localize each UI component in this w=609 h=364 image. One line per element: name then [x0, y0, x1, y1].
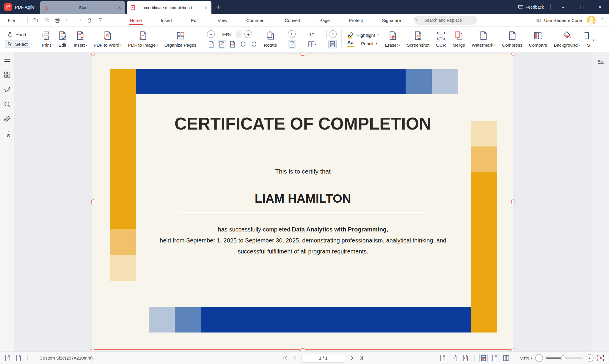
- page-number-input[interactable]: [298, 30, 326, 38]
- select-tool[interactable]: Select: [5, 40, 30, 48]
- two-page-view-button[interactable]: ▾: [306, 40, 319, 48]
- overflow-partial-button[interactable]: S: [583, 31, 594, 48]
- zoom-out-button[interactable]: −: [207, 30, 215, 38]
- user-avatar[interactable]: ⌄: [587, 16, 596, 25]
- text-style-button[interactable]: Aa: [347, 40, 354, 47]
- status-page-input[interactable]: [302, 354, 345, 362]
- zoom-in-button[interactable]: +: [244, 30, 252, 38]
- new-tab-button[interactable]: +: [211, 0, 225, 14]
- close-button[interactable]: ✕: [594, 0, 606, 14]
- highlight-button[interactable]: Hightlight ▾: [347, 31, 379, 39]
- fullscreen-button[interactable]: [597, 354, 605, 362]
- attachments-panel-icon[interactable]: [4, 116, 11, 123]
- chevron-down-icon[interactable]: ▾: [531, 357, 532, 360]
- selection-handle[interactable]: [511, 348, 514, 351]
- panel-menu-icon[interactable]: [4, 56, 11, 63]
- previous-view-icon[interactable]: [4, 354, 11, 362]
- status-zoom-label[interactable]: 94%: [520, 355, 529, 360]
- document-area[interactable]: CERTIFICATE OF COMPLETION This is to cer…: [14, 52, 591, 352]
- two-page-view-button[interactable]: [502, 354, 510, 362]
- previous-page-button[interactable]: [292, 355, 297, 361]
- home-view-icon[interactable]: [87, 17, 92, 23]
- zoom-slider-thumb[interactable]: [561, 355, 566, 360]
- next-view-icon[interactable]: [15, 354, 22, 362]
- feedback-button[interactable]: Feedback: [518, 4, 544, 10]
- collapse-toolbar-icon[interactable]: ⌃: [600, 18, 604, 23]
- search-panel-icon[interactable]: [4, 101, 11, 108]
- fit-page-button[interactable]: [450, 354, 458, 362]
- selection-handle[interactable]: [300, 348, 305, 351]
- fit-page-button[interactable]: [218, 40, 226, 48]
- zoom-out-button[interactable]: −: [535, 354, 543, 362]
- next-page-button[interactable]: [349, 355, 354, 361]
- actual-size-button[interactable]: 1:1: [207, 40, 215, 48]
- rotate-right-button[interactable]: [250, 40, 258, 48]
- first-page-button[interactable]: [282, 355, 288, 361]
- menu-convert[interactable]: Convert: [276, 15, 309, 26]
- continuous-scroll-button[interactable]: [479, 354, 488, 362]
- single-page-view-button[interactable]: [491, 354, 499, 362]
- search-input[interactable]: [414, 16, 477, 25]
- compare-button[interactable]: Compare: [526, 31, 551, 48]
- close-tab-icon[interactable]: ✕: [204, 5, 208, 10]
- insert-button[interactable]: Insert▾: [70, 31, 90, 48]
- open-file-icon[interactable]: [33, 17, 39, 23]
- file-menu[interactable]: File ⌄: [0, 18, 24, 23]
- compress-button[interactable]: Compress: [499, 31, 525, 48]
- undo-icon[interactable]: [65, 17, 71, 23]
- rotate-left-button[interactable]: [239, 40, 247, 48]
- hand-tool[interactable]: Hand: [5, 31, 30, 38]
- last-page-button[interactable]: [359, 355, 364, 361]
- fit-width-button[interactable]: [228, 40, 237, 48]
- save-icon[interactable]: [44, 17, 50, 23]
- print-button[interactable]: Print: [38, 31, 54, 48]
- menu-home[interactable]: Home: [121, 15, 151, 26]
- background-button[interactable]: Background▾: [551, 31, 583, 48]
- menu-view[interactable]: View: [209, 15, 236, 26]
- organize-pages-button[interactable]: Organize Pages: [161, 31, 200, 48]
- pdf-page[interactable]: CERTIFICATE OF COMPLETION This is to cer…: [93, 54, 513, 349]
- tab-start[interactable]: Start ✕: [40, 1, 125, 14]
- selection-handle[interactable]: [511, 199, 514, 204]
- zoom-dropdown-icon[interactable]: ▾: [236, 30, 242, 38]
- signature-panel-icon[interactable]: [4, 86, 11, 93]
- selection-handle[interactable]: [91, 199, 94, 204]
- previous-page-button[interactable]: [288, 30, 296, 38]
- selection-handle[interactable]: [300, 53, 305, 56]
- page-thumbnails-icon[interactable]: [4, 71, 11, 78]
- quick-print-icon[interactable]: [54, 17, 60, 23]
- menu-edit[interactable]: Edit: [182, 15, 208, 26]
- zoom-level-input[interactable]: [217, 30, 236, 38]
- edit-button[interactable]: Edit: [54, 31, 70, 48]
- eraser-button[interactable]: Eraser▾: [382, 31, 404, 48]
- menu-comment[interactable]: Comment: [237, 15, 274, 26]
- merge-button[interactable]: Merge: [449, 31, 469, 48]
- recent-files-panel-icon[interactable]: [4, 130, 11, 138]
- continuous-scroll-button[interactable]: [328, 40, 337, 48]
- zoom-slider[interactable]: [546, 357, 583, 359]
- ocr-button[interactable]: OCR: [433, 31, 449, 48]
- redeem-code-button[interactable]: Use Redeem Code: [536, 17, 582, 23]
- selection-handle[interactable]: [511, 53, 514, 56]
- menu-signature[interactable]: Signature: [373, 15, 410, 26]
- menu-insert[interactable]: Insert: [152, 15, 181, 26]
- close-tab-icon[interactable]: ✕: [118, 5, 121, 10]
- menu-protect[interactable]: Protect: [340, 15, 372, 26]
- selection-handle[interactable]: [91, 53, 95, 56]
- menu-page[interactable]: Page: [310, 15, 339, 26]
- selection-handle[interactable]: [91, 348, 95, 351]
- pdf-to-word-button[interactable]: W PDF to Word▾: [90, 31, 125, 48]
- watermark-button[interactable]: Watermark▾: [468, 31, 499, 48]
- tab-document[interactable]: P ccertificate of completion t... ✕: [127, 1, 211, 14]
- actual-size-button[interactable]: 1:1: [439, 354, 447, 362]
- properties-sliders-icon[interactable]: [597, 59, 605, 66]
- screenshot-button[interactable]: Screenshot: [404, 31, 433, 48]
- redo-icon[interactable]: [76, 17, 82, 23]
- pdf-to-image-button[interactable]: PDF to Image▾: [125, 31, 161, 48]
- zoom-in-button[interactable]: +: [586, 354, 594, 362]
- customize-toolbar-icon[interactable]: [97, 17, 103, 23]
- maximize-button[interactable]: ▢: [576, 0, 588, 14]
- rotate-button[interactable]: Rotate: [260, 31, 280, 48]
- single-page-view-button[interactable]: [288, 40, 296, 48]
- toolbar-overflow-button[interactable]: ›: [593, 36, 596, 43]
